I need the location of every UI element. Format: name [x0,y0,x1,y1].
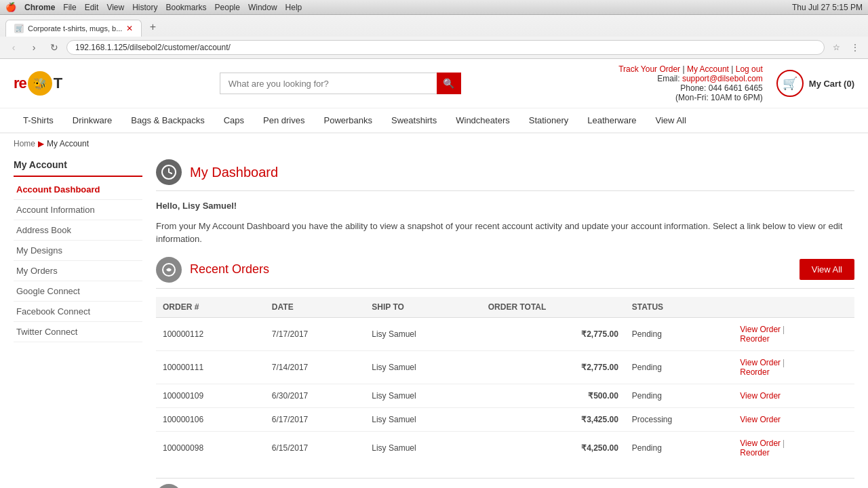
cart-area[interactable]: 🛒 My Cart (0) [776,70,854,97]
cell-status: Pending [625,384,733,407]
tab-favicon: 🛒 [14,24,24,33]
view-order-link[interactable]: View Order [740,325,781,334]
orders-table: ORDER # DATE SHIP TO ORDER TOTAL STATUS … [156,297,854,464]
cell-ship-to: Lisy Samuel [365,407,481,431]
table-row: 100000112 7/17/2017 Lisy Samuel ₹2,775.0… [156,317,854,350]
track-order-link[interactable]: Track Your Order [618,64,680,74]
sidebar-item-account-info[interactable]: Account Information [14,200,142,220]
col-order-num: ORDER # [156,297,265,318]
search-area: 🔍 [220,73,461,94]
email-link[interactable]: support@dilsebol.com [682,74,763,83]
nav-item-stationery[interactable]: Stationery [519,108,578,132]
nav-item-windcheaters[interactable]: Windcheaters [446,108,519,132]
address-bar[interactable]: 192.168.1.125/dilsebol2/customer/account… [66,40,825,55]
dashboard-greeting: Hello, Lisy Samuel! [156,199,854,213]
cell-ship-to: Lisy Samuel [365,384,481,407]
mac-menu-window[interactable]: Window [248,3,277,12]
dashboard-title: My Dashboard [190,165,278,180]
cell-date: 6/15/2017 [265,431,365,464]
nav-item-drinkware[interactable]: Drinkware [63,108,122,132]
table-header-row: ORDER # DATE SHIP TO ORDER TOTAL STATUS [156,297,854,318]
view-order-link[interactable]: View Order [740,391,781,401]
nav-item-sweatshirts[interactable]: Sweatshirts [382,108,446,132]
col-status: STATUS [625,297,733,318]
cell-date: 7/14/2017 [265,350,365,384]
mac-menu-people[interactable]: People [215,3,240,12]
cell-date: 6/30/2017 [265,384,365,407]
sidebar-item-dashboard[interactable]: Account Dashboard [14,180,142,200]
breadcrumb-current: My Account [47,139,89,148]
table-row: 100000106 6/17/2017 Lisy Samuel ₹3,425.0… [156,407,854,431]
sidebar-item-address-book[interactable]: Address Book [14,220,142,241]
logout-link[interactable]: Log out [736,64,763,74]
header-phone: Phone: 044 6461 6465 [618,83,763,93]
new-tab-button[interactable]: + [143,18,162,37]
nav-item-bags[interactable]: Bags & Backpacks [121,108,214,132]
mac-menu-help[interactable]: Help [285,3,302,12]
col-date: DATE [265,297,365,318]
chrome-menu-button[interactable]: ⋮ [848,40,863,55]
mac-status: Thu Jul 27 5:15 PM [792,3,863,12]
search-input[interactable] [220,73,437,94]
sidebar-item-google-connect[interactable]: Google Connect [14,281,142,302]
mac-menu-bookmarks[interactable]: Bookmarks [166,3,207,12]
my-account-link[interactable]: My Account [687,64,729,74]
tab-close-button[interactable]: ✕ [126,24,133,33]
forward-button[interactable]: › [26,39,42,56]
cell-order-num: 100000109 [156,384,265,407]
view-order-link[interactable]: View Order [740,439,781,448]
cell-actions: View Order [733,407,854,431]
cart-icon: 🛒 [776,70,804,97]
view-all-button[interactable]: View All [800,259,854,280]
orders-section-header: Recent Orders View All [156,257,854,289]
cell-status: Pending [625,350,733,384]
back-button[interactable]: ‹ [5,39,22,56]
header-top-links: Track Your Order | My Account | Log out [618,64,763,74]
mac-menu-edit[interactable]: Edit [85,3,99,12]
mac-menu-view[interactable]: View [106,3,124,12]
cart-label: My Cart (0) [809,79,854,89]
search-button[interactable]: 🔍 [437,73,461,94]
mac-menu-file[interactable]: File [63,3,76,12]
sidebar-item-twitter-connect[interactable]: Twitter Connect [14,322,142,342]
nav-item-tshirts[interactable]: T-Shirts [14,108,63,132]
mac-menu-history[interactable]: History [132,3,157,12]
sidebar-item-facebook-connect[interactable]: Facebook Connect [14,302,142,322]
table-row: 100000111 7/14/2017 Lisy Samuel ₹2,775.0… [156,350,854,384]
view-order-link[interactable]: View Order [740,358,781,367]
nav-item-leatherware[interactable]: Leatherware [578,108,646,132]
bookmark-star-button[interactable]: ☆ [829,40,844,55]
orders-icon [156,257,182,283]
sidebar-item-my-designs[interactable]: My Designs [14,241,142,261]
nav-item-viewall[interactable]: View All [646,108,696,132]
cell-actions: View Order|Reorder [733,350,854,384]
cell-date: 6/17/2017 [265,407,365,431]
cell-total: ₹4,250.00 [481,431,625,464]
site-logo[interactable]: re 🐝 T [14,71,62,96]
mac-menu-chrome[interactable]: Chrome [24,3,55,12]
chrome-browser-bar: 🛒 Corporate t-shirts, mugs, b... ✕ + ‹ ›… [0,15,868,59]
cell-total: ₹2,775.00 [481,317,625,350]
reorder-link[interactable]: Reorder [740,367,769,377]
view-order-link[interactable]: View Order [740,415,781,424]
col-actions [733,297,854,318]
sidebar-item-my-orders[interactable]: My Orders [14,261,142,281]
chrome-tab-active[interactable]: 🛒 Corporate t-shirts, mugs, b... ✕ [5,20,142,37]
account-info-icon [156,484,182,489]
cell-total: ₹2,775.00 [481,350,625,384]
chrome-tabs: 🛒 Corporate t-shirts, mugs, b... ✕ + [0,18,868,37]
logo-t: T [54,75,62,92]
nav-item-powerbanks[interactable]: Powerbanks [314,108,382,132]
cell-actions: View Order [733,384,854,407]
cell-order-num: 100000106 [156,407,265,431]
breadcrumb-separator: ▶ [38,139,44,148]
col-ship-to: SHIP TO [365,297,481,318]
nav-item-pendrives[interactable]: Pen drives [254,108,314,132]
breadcrumb-home[interactable]: Home [14,139,35,148]
cell-total: ₹3,425.00 [481,407,625,431]
nav-item-caps[interactable]: Caps [214,108,254,132]
reorder-link[interactable]: Reorder [740,448,769,458]
recent-orders-section: Recent Orders View All ORDER # DATE SHIP… [156,257,854,464]
reload-button[interactable]: ↻ [46,39,62,56]
reorder-link[interactable]: Reorder [740,334,769,344]
